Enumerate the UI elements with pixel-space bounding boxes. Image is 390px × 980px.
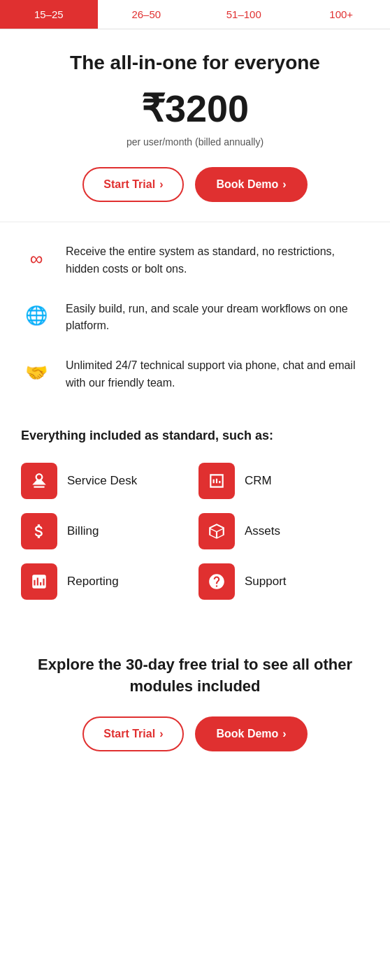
handshake-icon: 🤝 bbox=[21, 357, 52, 388]
crm-label: CRM bbox=[245, 474, 272, 488]
feature-text-2: Easily build, run, and scale your dream … bbox=[66, 301, 369, 336]
infinity-icon: ∞ bbox=[21, 243, 52, 274]
billing-label: Billing bbox=[67, 524, 99, 538]
feature-item-3: 🤝 Unlimited 24/7 technical support via p… bbox=[21, 357, 369, 392]
module-crm: CRM bbox=[198, 463, 369, 499]
chevron-icon-bottom-demo: › bbox=[282, 728, 286, 740]
feature-item-1: ∞ Receive the entire system as standard,… bbox=[21, 243, 369, 278]
tab-51-100[interactable]: 51–100 bbox=[195, 0, 293, 29]
hero-billing: per user/month (billed annually) bbox=[14, 136, 376, 147]
start-trial-button-top[interactable]: Start Trial › bbox=[82, 167, 184, 202]
globe-icon: 🌐 bbox=[21, 301, 52, 331]
tab-100plus[interactable]: 100+ bbox=[293, 0, 391, 29]
billing-icon bbox=[30, 522, 48, 540]
book-demo-label-bottom: Book Demo bbox=[216, 728, 278, 740]
hero-price: ₹3200 bbox=[14, 87, 376, 131]
feature-text-1: Receive the entire system as standard, n… bbox=[66, 243, 369, 278]
service-desk-icon-box bbox=[21, 463, 57, 499]
chevron-icon-top: › bbox=[159, 178, 163, 191]
reporting-icon-box bbox=[21, 563, 57, 600]
start-trial-label-bottom: Start Trial bbox=[103, 728, 155, 740]
hero-btn-row: Start Trial › Book Demo › bbox=[14, 167, 376, 202]
billing-icon-box bbox=[21, 513, 57, 549]
hero-title: The all-in-one for everyone bbox=[14, 52, 376, 74]
tab-15-25[interactable]: 15–25 bbox=[0, 0, 98, 29]
service-desk-icon bbox=[30, 472, 48, 490]
crm-icon-box bbox=[198, 463, 235, 499]
support-icon-box bbox=[198, 563, 235, 600]
book-demo-chevron-top: › bbox=[282, 178, 286, 191]
included-section: Everything included as standard, such as… bbox=[0, 421, 390, 635]
module-billing: Billing bbox=[21, 513, 192, 549]
reporting-icon bbox=[30, 572, 48, 591]
bottom-cta-section: Explore the 30-day free trial to see all… bbox=[0, 635, 390, 777]
modules-grid: Service Desk CRM Billing bbox=[21, 463, 369, 600]
assets-label: Assets bbox=[245, 524, 280, 538]
book-demo-label-top: Book Demo bbox=[216, 178, 278, 191]
support-label: Support bbox=[245, 575, 287, 589]
assets-icon bbox=[208, 522, 226, 540]
hero-section: The all-in-one for everyone ₹3200 per us… bbox=[0, 29, 390, 222]
reporting-label: Reporting bbox=[67, 575, 119, 589]
module-assets: Assets bbox=[198, 513, 369, 549]
feature-item-2: 🌐 Easily build, run, and scale your drea… bbox=[21, 301, 369, 336]
start-trial-button-bottom[interactable]: Start Trial › bbox=[82, 716, 184, 751]
tab-26-50[interactable]: 26–50 bbox=[98, 0, 196, 29]
chevron-icon-bottom-trial: › bbox=[159, 728, 163, 740]
start-trial-label-top: Start Trial bbox=[103, 178, 155, 191]
module-reporting: Reporting bbox=[21, 563, 192, 600]
feature-text-3: Unlimited 24/7 technical support via pho… bbox=[66, 357, 369, 392]
book-demo-button-bottom[interactable]: Book Demo › bbox=[195, 716, 307, 751]
included-title: Everything included as standard, such as… bbox=[21, 428, 369, 443]
support-icon bbox=[208, 572, 226, 591]
module-service-desk: Service Desk bbox=[21, 463, 192, 499]
module-support: Support bbox=[198, 563, 369, 600]
service-desk-label: Service Desk bbox=[67, 474, 137, 488]
bottom-cta-text: Explore the 30-day free trial to see all… bbox=[14, 654, 376, 698]
book-demo-button-top[interactable]: Book Demo › bbox=[195, 167, 307, 202]
crm-icon bbox=[208, 472, 226, 490]
tab-bar: 15–25 26–50 51–100 100+ bbox=[0, 0, 390, 29]
features-section: ∞ Receive the entire system as standard,… bbox=[0, 222, 390, 421]
bottom-btn-row: Start Trial › Book Demo › bbox=[14, 716, 376, 751]
assets-icon-box bbox=[198, 513, 235, 549]
